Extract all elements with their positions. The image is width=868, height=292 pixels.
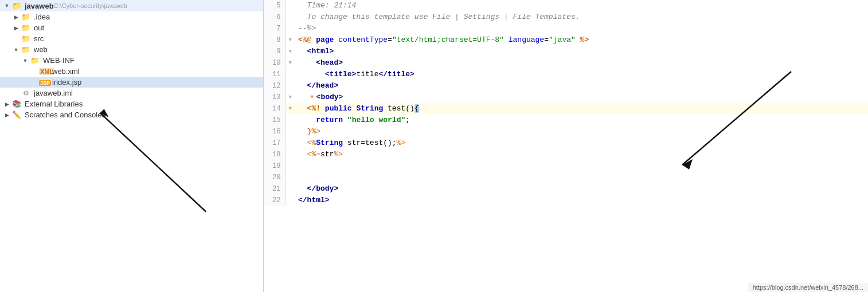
code-content-15: return "hello world"; — [295, 115, 868, 126]
line-number-7: 7 — [264, 23, 286, 34]
line-number-5: 5 — [264, 0, 286, 11]
sidebar-item-scratches[interactable]: ▶✏️Scratches and Consoles — [0, 109, 263, 120]
folder-icon: 📁 — [21, 45, 30, 54]
code-line-10: 10▼ <head> — [264, 57, 868, 69]
line-number-12: 12 — [264, 80, 286, 92]
code-content-5: Time: 21:14 — [295, 0, 868, 11]
code-line-5: 5 Time: 21:14 — [264, 0, 868, 11]
code-content-9: <html> — [295, 46, 868, 57]
code-editor: 5 Time: 21:146 To change this template u… — [264, 0, 868, 292]
code-line-20: 20 — [264, 172, 868, 183]
folder-icon: 📁 — [12, 1, 22, 10]
fold-gutter-13[interactable]: ▼ — [286, 92, 295, 103]
tree-arrow-idea[interactable]: ▶ — [11, 14, 21, 20]
fold-gutter-9[interactable]: ▼ — [286, 46, 295, 57]
fold-gutter-5 — [286, 0, 295, 11]
sidebar-item-out[interactable]: ▶📁out — [0, 22, 263, 33]
tree-arrow-javaweb[interactable]: ▼ — [2, 3, 11, 9]
line-number-15: 15 — [264, 115, 286, 126]
code-content-11: <title>title</title> — [295, 69, 868, 80]
line-number-21: 21 — [264, 183, 286, 195]
code-content-17: <%String str=test();%> — [295, 137, 868, 149]
sidebar-item-index-jsp[interactable]: JSPindex.jsp — [0, 77, 263, 88]
code-line-16: 16 }%> — [264, 126, 868, 137]
fold-gutter-12 — [286, 80, 295, 92]
iml-icon: ⚙ — [23, 89, 29, 97]
code-content-16: }%> — [295, 126, 868, 137]
tree-label-web: web — [34, 45, 48, 54]
code-line-13: 13▼ 🔸<body> — [264, 92, 868, 103]
fold-gutter-21 — [286, 183, 295, 195]
code-line-21: 21 </body> — [264, 183, 868, 195]
code-content-21: </body> — [295, 183, 868, 195]
fold-gutter-17 — [286, 137, 295, 149]
sidebar-item-javaweb-iml[interactable]: ⚙javaweb.iml — [0, 88, 263, 98]
code-line-8: 8▼<%@ page contentType="text/html;charse… — [264, 34, 868, 46]
code-line-15: 15 return "hello world"; — [264, 115, 868, 126]
code-content-6: To change this template use File | Setti… — [295, 11, 868, 23]
folder-icon: 📁 — [21, 34, 30, 43]
sidebar-arrow-line — [100, 113, 206, 212]
tree-arrow-web-inf[interactable]: ▼ — [21, 58, 30, 64]
fold-gutter-14[interactable]: ▼ — [286, 103, 295, 115]
code-content-20 — [295, 172, 868, 183]
code-line-22: 22</html> — [264, 195, 868, 206]
sidebar-item-web-inf[interactable]: ▼📁WEB-INF — [0, 55, 263, 66]
tree-label-ext-libs: External Libraries — [25, 100, 83, 108]
tree-label-javaweb-iml: javaweb.iml — [34, 89, 73, 97]
sidebar-item-web[interactable]: ▼📁web — [0, 44, 263, 55]
line-number-17: 17 — [264, 137, 286, 149]
fold-gutter-22 — [286, 195, 295, 206]
code-content-12: </head> — [295, 80, 868, 92]
code-line-9: 9▼ <html> — [264, 46, 868, 57]
fold-gutter-11 — [286, 69, 295, 80]
sidebar-item-javaweb[interactable]: ▼📁javaweb C:\Cyber-security\javaweb — [0, 0, 263, 11]
code-line-7: 7--%> — [264, 23, 868, 34]
line-number-14: 14 — [264, 103, 286, 115]
sidebar-item-idea[interactable]: ▶📁.idea — [0, 11, 263, 22]
code-line-6: 6 To change this template use File | Set… — [264, 11, 868, 23]
lib-icon: 📚 — [12, 100, 21, 108]
sidebar-item-ext-libs[interactable]: ▶📚External Libraries — [0, 98, 263, 109]
line-number-10: 10 — [264, 57, 286, 69]
line-number-16: 16 — [264, 126, 286, 137]
folder-icon: 📁 — [21, 13, 30, 21]
tree-label-out: out — [34, 23, 44, 32]
fold-gutter-7 — [286, 23, 295, 34]
tree-arrow-out[interactable]: ▶ — [11, 25, 21, 31]
code-line-14: 14▼ <%! public String test(){ — [264, 103, 868, 115]
fold-gutter-8[interactable]: ▼ — [286, 34, 295, 46]
code-line-11: 11 <title>title</title> — [264, 69, 868, 80]
line-number-18: 18 — [264, 149, 286, 160]
code-content-7: --%> — [295, 23, 868, 34]
line-number-8: 8 — [264, 34, 286, 46]
tree-arrow-web[interactable]: ▼ — [11, 47, 21, 53]
line-number-20: 20 — [264, 172, 286, 183]
code-line-18: 18 <%=str%> — [264, 149, 868, 160]
tree-label-src: src — [34, 34, 44, 43]
line-number-22: 22 — [264, 195, 286, 206]
line-number-11: 11 — [264, 69, 286, 80]
tree-label-idea: .idea — [34, 13, 50, 21]
fold-gutter-10[interactable]: ▼ — [286, 57, 295, 69]
code-content-10: <head> — [295, 57, 868, 69]
code-line-17: 17 <%String str=test();%> — [264, 137, 868, 149]
tree-arrow-scratches[interactable]: ▶ — [2, 112, 11, 118]
tree-label-scratches: Scratches and Consoles — [25, 111, 105, 119]
project-sidebar: ▼📁javaweb C:\Cyber-security\javaweb▶📁.id… — [0, 0, 264, 292]
code-content-13: 🔸<body> — [295, 92, 868, 103]
sidebar-item-web-xml[interactable]: XMLweb.xml — [0, 66, 263, 77]
tree-label-index-jsp: index.jsp — [52, 78, 81, 86]
line-number-9: 9 — [264, 46, 286, 57]
tree-arrow-ext-libs[interactable]: ▶ — [2, 101, 11, 107]
code-content-18: <%=str%> — [295, 149, 868, 160]
scratch-icon: ✏️ — [12, 111, 21, 119]
code-line-19: 19 — [264, 160, 868, 172]
status-bar: https://blog.csdn.net/weixin_4578/268... — [748, 283, 868, 292]
fold-gutter-20 — [286, 172, 295, 183]
code-content-14: <%! public String test(){ — [295, 103, 868, 115]
fold-gutter-16 — [286, 126, 295, 137]
sidebar-item-src[interactable]: 📁src — [0, 33, 263, 44]
tree-label-web-inf: WEB-INF — [43, 56, 75, 65]
fold-gutter-15 — [286, 115, 295, 126]
